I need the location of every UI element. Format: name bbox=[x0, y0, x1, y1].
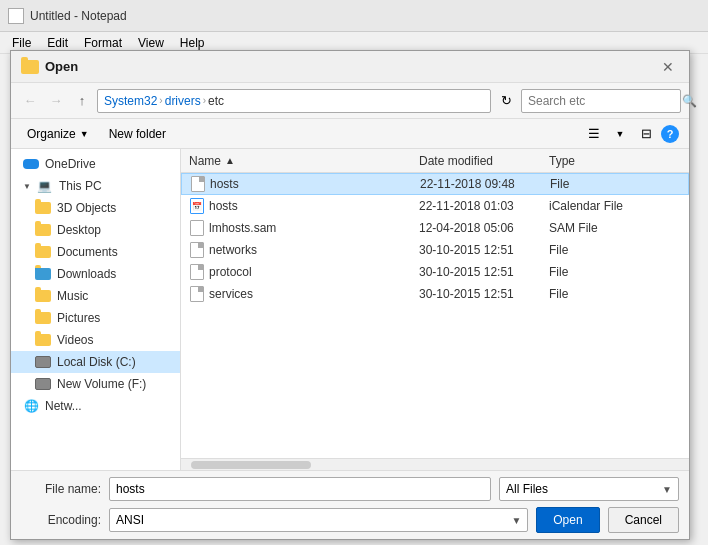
filename-input[interactable] bbox=[109, 477, 491, 501]
sidebar-item-documents[interactable]: Documents bbox=[11, 241, 180, 263]
sidebar-label-desktop: Desktop bbox=[57, 223, 101, 237]
encoding-dropdown[interactable]: ANSI ▼ bbox=[109, 508, 528, 532]
file-icon-networks bbox=[189, 242, 205, 258]
encoding-value: ANSI bbox=[116, 513, 144, 527]
refresh-button[interactable]: ↻ bbox=[495, 90, 517, 112]
dialog-folder-icon bbox=[21, 60, 39, 74]
sidebar-item-thispc[interactable]: ▼ 💻 This PC bbox=[11, 175, 180, 197]
videos-icon bbox=[35, 332, 51, 348]
menu-format[interactable]: Format bbox=[76, 34, 130, 52]
filetype-dropdown[interactable]: All Files ▼ bbox=[499, 477, 679, 501]
sidebar-label-documents: Documents bbox=[57, 245, 118, 259]
sidebar-label-downloads: Downloads bbox=[57, 267, 116, 281]
column-name[interactable]: Name ▲ bbox=[181, 154, 411, 168]
bottom-bar: File name: All Files ▼ Encoding: ANSI ▼ … bbox=[11, 470, 689, 539]
sidebar-item-music[interactable]: Music bbox=[11, 285, 180, 307]
sidebar-label-localc: Local Disk (C:) bbox=[57, 355, 136, 369]
file-row-hosts1[interactable]: hosts 22-11-2018 09:48 File bbox=[181, 173, 689, 195]
forward-button[interactable]: → bbox=[45, 90, 67, 112]
thispc-icon: 💻 bbox=[37, 178, 53, 194]
menu-help[interactable]: Help bbox=[172, 34, 213, 52]
sidebar-label-network: Netw... bbox=[45, 399, 82, 413]
sidebar-item-pictures[interactable]: Pictures bbox=[11, 307, 180, 329]
notepad-icon bbox=[8, 8, 24, 24]
localc-icon bbox=[35, 354, 51, 370]
file-type-hosts2: iCalendar File bbox=[541, 199, 641, 213]
search-bar[interactable]: 🔍 bbox=[521, 89, 681, 113]
column-type[interactable]: Type bbox=[541, 154, 641, 168]
view-options-button[interactable]: ▼ bbox=[609, 123, 631, 145]
file-row-services[interactable]: services 30-10-2015 12:51 File bbox=[181, 283, 689, 305]
file-icon-hosts1 bbox=[190, 176, 206, 192]
sidebar-item-newvolumef[interactable]: New Volume (F:) bbox=[11, 373, 180, 395]
menu-edit[interactable]: Edit bbox=[39, 34, 76, 52]
menu-view[interactable]: View bbox=[130, 34, 172, 52]
breadcrumb-bar: System32 › drivers › etc bbox=[97, 89, 491, 113]
breadcrumb-drivers[interactable]: drivers bbox=[165, 94, 201, 108]
file-date-protocol: 30-10-2015 12:51 bbox=[411, 265, 541, 279]
file-date-services: 30-10-2015 12:51 bbox=[411, 287, 541, 301]
file-name-networks: networks bbox=[181, 242, 411, 258]
file-name-hosts1: hosts bbox=[182, 176, 412, 192]
file-row-protocol[interactable]: protocol 30-10-2015 12:51 File bbox=[181, 261, 689, 283]
encoding-dropdown-arrow-icon: ▼ bbox=[511, 515, 521, 526]
file-date-hosts1: 22-11-2018 09:48 bbox=[412, 177, 542, 191]
sidebar-label-pictures: Pictures bbox=[57, 311, 100, 325]
expand-thispc-icon: ▼ bbox=[23, 182, 31, 191]
breadcrumb-system32[interactable]: System32 bbox=[104, 94, 157, 108]
sidebar-item-localc[interactable]: Local Disk (C:) bbox=[11, 351, 180, 373]
pictures-icon bbox=[35, 310, 51, 326]
sidebar-item-onedrive[interactable]: OneDrive bbox=[11, 153, 180, 175]
sidebar-item-downloads[interactable]: Downloads bbox=[11, 263, 180, 285]
sidebar-item-network[interactable]: 🌐 Netw... bbox=[11, 395, 180, 417]
new-folder-button[interactable]: New folder bbox=[103, 123, 172, 145]
back-button[interactable]: ← bbox=[19, 90, 41, 112]
organize-button[interactable]: Organize ▼ bbox=[21, 123, 95, 145]
sidebar-label-thispc: This PC bbox=[59, 179, 102, 193]
file-type-hosts1: File bbox=[542, 177, 642, 191]
search-icon: 🔍 bbox=[682, 94, 697, 108]
view-arrow-icon: ▼ bbox=[616, 129, 625, 139]
newvolumef-icon bbox=[35, 376, 51, 392]
file-name-hosts2: 📅 hosts bbox=[181, 198, 411, 214]
up-button[interactable]: ↑ bbox=[71, 90, 93, 112]
horizontal-scrollbar[interactable] bbox=[181, 458, 689, 470]
sidebar-item-3dobjects[interactable]: 3D Objects bbox=[11, 197, 180, 219]
column-date-modified[interactable]: Date modified bbox=[411, 154, 541, 168]
file-row-lmhosts[interactable]: lmhosts.sam 12-04-2018 05:06 SAM File bbox=[181, 217, 689, 239]
sidebar-item-desktop[interactable]: Desktop bbox=[11, 219, 180, 241]
file-type-networks: File bbox=[541, 243, 641, 257]
filename-label: File name: bbox=[21, 482, 101, 496]
sidebar-item-videos[interactable]: Videos bbox=[11, 329, 180, 351]
menu-file[interactable]: File bbox=[4, 34, 39, 52]
file-date-lmhosts: 12-04-2018 05:06 bbox=[411, 221, 541, 235]
hscroll-thumb[interactable] bbox=[191, 461, 311, 469]
dialog-title-left: Open bbox=[21, 59, 78, 74]
cancel-button[interactable]: Cancel bbox=[608, 507, 679, 533]
help-button[interactable]: ? bbox=[661, 125, 679, 143]
close-button[interactable]: ✕ bbox=[657, 56, 679, 78]
notepad-title: Untitled - Notepad bbox=[30, 9, 127, 23]
music-icon bbox=[35, 288, 51, 304]
organize-arrow-icon: ▼ bbox=[80, 129, 89, 139]
3dobjects-icon bbox=[35, 200, 51, 216]
file-list-header: Name ▲ Date modified Type bbox=[181, 149, 689, 173]
network-icon: 🌐 bbox=[23, 398, 39, 414]
search-input[interactable] bbox=[528, 94, 678, 108]
breadcrumb-etc[interactable]: etc bbox=[208, 94, 224, 108]
file-row-hosts2[interactable]: 📅 hosts 22-11-2018 01:03 iCalendar File bbox=[181, 195, 689, 217]
onedrive-icon bbox=[23, 156, 39, 172]
toolbar-right: ☰ ▼ ⊟ ? bbox=[583, 123, 679, 145]
dialog-title: Open bbox=[45, 59, 78, 74]
file-row-networks[interactable]: networks 30-10-2015 12:51 File bbox=[181, 239, 689, 261]
preview-pane-button[interactable]: ⊟ bbox=[635, 123, 657, 145]
open-button[interactable]: Open bbox=[536, 507, 599, 533]
file-icon-protocol bbox=[189, 264, 205, 280]
view-details-button[interactable]: ☰ bbox=[583, 123, 605, 145]
file-name-protocol: protocol bbox=[181, 264, 411, 280]
encoding-row: Encoding: ANSI ▼ Open Cancel bbox=[21, 507, 679, 533]
main-content: OneDrive ▼ 💻 This PC 3D Objects Deskto bbox=[11, 149, 689, 470]
filename-row: File name: All Files ▼ bbox=[21, 477, 679, 501]
open-dialog: Open ✕ ← → ↑ System32 › drivers › etc ↻ … bbox=[10, 50, 690, 540]
filetype-dropdown-arrow-icon: ▼ bbox=[662, 484, 672, 495]
